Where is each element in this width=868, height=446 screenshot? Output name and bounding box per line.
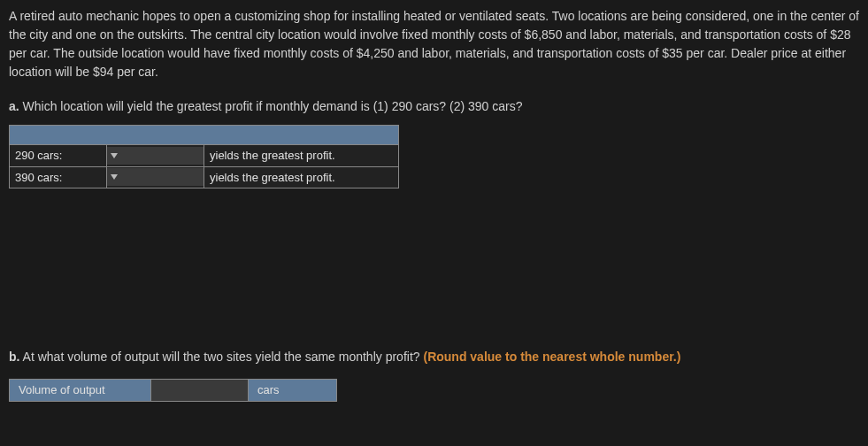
location-dropdown-290[interactable] <box>107 147 204 165</box>
part-a-table-header <box>10 126 399 145</box>
location-dropdown-390[interactable] <box>107 168 204 186</box>
row-tail: yields the greatest profit. <box>204 166 399 188</box>
table-row: Volume of output cars <box>10 380 337 402</box>
part-b-table: Volume of output cars <box>9 379 337 402</box>
row-label: 390 cars: <box>10 166 107 188</box>
part-b-text: At what volume of output will the two si… <box>23 350 420 364</box>
row-label: 290 cars: <box>10 145 107 167</box>
volume-unit: cars <box>249 380 337 402</box>
table-row: 390 cars: yields the greatest profit. <box>10 166 399 188</box>
part-a-table: 290 cars: yields the greatest profit. 39… <box>9 125 399 188</box>
volume-input[interactable] <box>151 380 249 402</box>
part-a-label: a. <box>9 99 19 113</box>
part-a-text: Which location will yield the greatest p… <box>23 99 523 113</box>
table-row: 290 cars: yields the greatest profit. <box>10 145 399 167</box>
problem-statement: A retired auto mechanic hopes to open a … <box>9 7 859 81</box>
volume-header: Volume of output <box>10 380 151 402</box>
part-b-question: b. At what volume of output will the two… <box>9 348 859 366</box>
part-b-label: b. <box>9 350 19 364</box>
row-tail: yields the greatest profit. <box>204 145 399 167</box>
part-a-question: a. Which location will yield the greates… <box>9 97 859 116</box>
round-note: (Round value to the nearest whole number… <box>423 350 680 364</box>
